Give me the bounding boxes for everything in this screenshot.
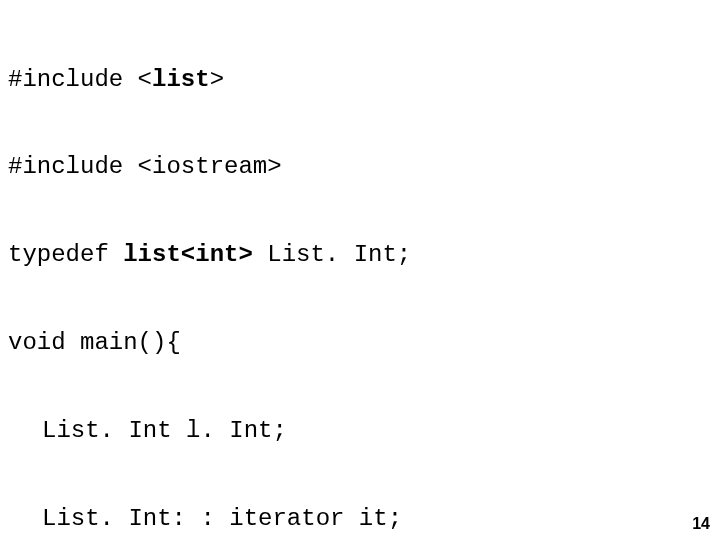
code-text: #include <: [8, 66, 152, 93]
code-block: #include <list> #include <iostream> type…: [8, 6, 712, 540]
code-line: typedef list<int> List. Int;: [8, 240, 712, 269]
code-line: void main(){: [8, 328, 712, 357]
code-line: List. Int: : iterator it;: [8, 504, 712, 533]
code-text: typedef: [8, 241, 123, 268]
code-text: List. Int;: [253, 241, 411, 268]
code-line: #include <iostream>: [8, 152, 712, 181]
slide: #include <list> #include <iostream> type…: [0, 0, 720, 540]
code-line: List. Int l. Int;: [8, 416, 712, 445]
code-line: #include <list>: [8, 65, 712, 94]
code-bold: list: [152, 66, 210, 93]
code-bold: list<int>: [123, 241, 253, 268]
code-text: >: [210, 66, 224, 93]
page-number: 14: [692, 514, 710, 534]
